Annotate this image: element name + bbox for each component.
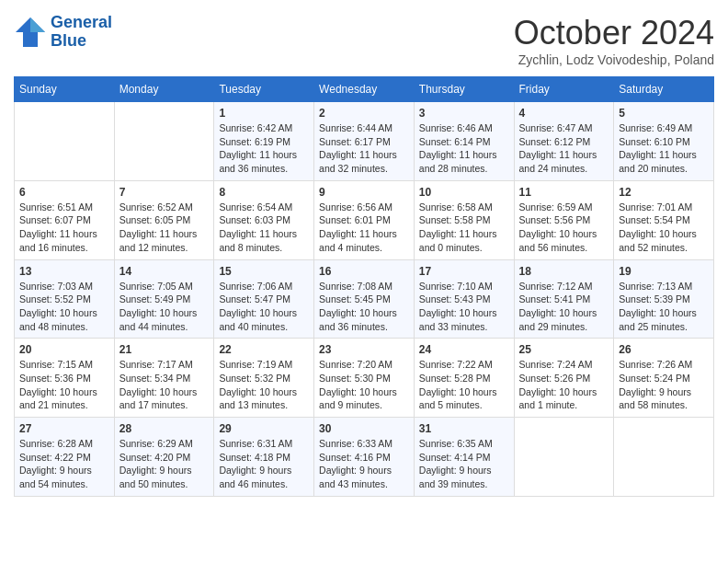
day-content: Sunrise: 6:42 AMSunset: 6:19 PMDaylight:… [219, 121, 309, 176]
calendar-cell: 20Sunrise: 7:15 AMSunset: 5:36 PMDayligh… [15, 339, 115, 418]
day-number: 29 [219, 422, 309, 435]
calendar-cell: 8Sunrise: 6:54 AMSunset: 6:03 PMDaylight… [214, 180, 314, 259]
day-content: Sunrise: 7:13 AMSunset: 5:39 PMDaylight:… [619, 280, 709, 334]
calendar-cell [514, 418, 614, 497]
calendar-cell: 24Sunrise: 7:22 AMSunset: 5:28 PMDayligh… [414, 339, 514, 418]
day-content: Sunrise: 7:26 AMSunset: 5:24 PMDaylight:… [619, 358, 709, 412]
day-number: 5 [619, 107, 709, 120]
day-number: 13 [19, 265, 109, 278]
calendar-cell: 3Sunrise: 6:46 AMSunset: 6:14 PMDaylight… [414, 102, 514, 181]
day-content: Sunrise: 7:24 AMSunset: 5:26 PMDaylight:… [519, 358, 609, 412]
page-header: General Blue October 2024 Zychlin, Lodz … [14, 14, 714, 67]
calendar-table: SundayMondayTuesdayWednesdayThursdayFrid… [14, 76, 714, 497]
calendar-cell: 28Sunrise: 6:29 AMSunset: 4:20 PMDayligh… [114, 418, 214, 497]
day-header-sunday: Sunday [15, 77, 115, 102]
calendar-cell: 16Sunrise: 7:08 AMSunset: 5:45 PMDayligh… [314, 259, 415, 339]
day-content: Sunrise: 7:01 AMSunset: 5:54 PMDaylight:… [619, 201, 709, 255]
calendar-cell [614, 418, 714, 497]
calendar-cell: 21Sunrise: 7:17 AMSunset: 5:34 PMDayligh… [114, 339, 214, 418]
day-number: 26 [619, 343, 709, 356]
calendar-cell: 17Sunrise: 7:10 AMSunset: 5:43 PMDayligh… [414, 259, 514, 339]
svg-marker-1 [30, 17, 45, 32]
logo-text: General Blue [51, 14, 112, 51]
day-number: 16 [319, 265, 409, 278]
calendar-cell: 26Sunrise: 7:26 AMSunset: 5:24 PMDayligh… [614, 339, 714, 418]
day-content: Sunrise: 7:20 AMSunset: 5:30 PMDaylight:… [319, 358, 409, 412]
logo: General Blue [14, 14, 112, 51]
calendar-week-row: 1Sunrise: 6:42 AMSunset: 6:19 PMDaylight… [15, 102, 714, 181]
day-number: 8 [219, 186, 309, 199]
calendar-cell: 23Sunrise: 7:20 AMSunset: 5:30 PMDayligh… [314, 339, 415, 418]
month-title: October 2024 [514, 14, 714, 52]
day-content: Sunrise: 6:58 AMSunset: 5:58 PMDaylight:… [419, 201, 509, 255]
calendar-cell: 2Sunrise: 6:44 AMSunset: 6:17 PMDaylight… [314, 102, 415, 181]
calendar-cell: 14Sunrise: 7:05 AMSunset: 5:49 PMDayligh… [114, 259, 214, 339]
day-content: Sunrise: 7:19 AMSunset: 5:32 PMDaylight:… [219, 358, 309, 412]
day-number: 11 [519, 186, 609, 199]
calendar-cell: 7Sunrise: 6:52 AMSunset: 6:05 PMDaylight… [114, 180, 214, 259]
calendar-cell: 4Sunrise: 6:47 AMSunset: 6:12 PMDaylight… [514, 102, 614, 181]
day-number: 9 [319, 186, 409, 199]
day-number: 10 [419, 186, 509, 199]
day-content: Sunrise: 6:59 AMSunset: 5:56 PMDaylight:… [519, 201, 609, 255]
day-number: 19 [619, 265, 709, 278]
day-content: Sunrise: 6:44 AMSunset: 6:17 PMDaylight:… [319, 121, 409, 176]
day-content: Sunrise: 6:47 AMSunset: 6:12 PMDaylight:… [519, 121, 609, 176]
calendar-cell: 27Sunrise: 6:28 AMSunset: 4:22 PMDayligh… [15, 418, 115, 497]
calendar-cell [15, 102, 115, 181]
calendar-cell: 19Sunrise: 7:13 AMSunset: 5:39 PMDayligh… [614, 259, 714, 339]
day-header-thursday: Thursday [414, 77, 514, 102]
day-number: 4 [519, 107, 609, 120]
day-header-saturday: Saturday [614, 77, 714, 102]
day-content: Sunrise: 7:15 AMSunset: 5:36 PMDaylight:… [19, 358, 109, 412]
calendar-cell: 5Sunrise: 6:49 AMSunset: 6:10 PMDaylight… [614, 102, 714, 181]
calendar-cell: 22Sunrise: 7:19 AMSunset: 5:32 PMDayligh… [214, 339, 314, 418]
day-number: 23 [319, 343, 409, 356]
day-content: Sunrise: 7:08 AMSunset: 5:45 PMDaylight:… [319, 280, 409, 334]
day-number: 30 [319, 422, 409, 435]
day-number: 14 [119, 265, 210, 278]
day-content: Sunrise: 6:33 AMSunset: 4:16 PMDaylight:… [319, 437, 409, 491]
day-number: 25 [519, 343, 609, 356]
day-content: Sunrise: 7:06 AMSunset: 5:47 PMDaylight:… [219, 280, 309, 334]
day-number: 2 [319, 107, 409, 120]
day-number: 21 [119, 343, 210, 356]
day-content: Sunrise: 7:03 AMSunset: 5:52 PMDaylight:… [19, 280, 109, 334]
day-content: Sunrise: 7:22 AMSunset: 5:28 PMDaylight:… [419, 358, 509, 412]
calendar-cell: 31Sunrise: 6:35 AMSunset: 4:14 PMDayligh… [414, 418, 514, 497]
calendar-cell: 11Sunrise: 6:59 AMSunset: 5:56 PMDayligh… [514, 180, 614, 259]
day-number: 7 [119, 186, 210, 199]
calendar-cell [114, 102, 214, 181]
day-number: 27 [19, 422, 109, 435]
day-number: 20 [19, 343, 109, 356]
day-number: 22 [219, 343, 309, 356]
day-content: Sunrise: 6:54 AMSunset: 6:03 PMDaylight:… [219, 201, 309, 255]
day-number: 17 [419, 265, 509, 278]
calendar-week-row: 20Sunrise: 7:15 AMSunset: 5:36 PMDayligh… [15, 339, 714, 418]
day-number: 1 [219, 107, 309, 120]
day-header-tuesday: Tuesday [214, 77, 314, 102]
calendar-cell: 15Sunrise: 7:06 AMSunset: 5:47 PMDayligh… [214, 259, 314, 339]
day-content: Sunrise: 7:12 AMSunset: 5:41 PMDaylight:… [519, 280, 609, 334]
calendar-cell: 30Sunrise: 6:33 AMSunset: 4:16 PMDayligh… [314, 418, 415, 497]
day-content: Sunrise: 6:56 AMSunset: 6:01 PMDaylight:… [319, 201, 409, 255]
day-content: Sunrise: 7:10 AMSunset: 5:43 PMDaylight:… [419, 280, 509, 334]
days-header-row: SundayMondayTuesdayWednesdayThursdayFrid… [15, 77, 714, 102]
day-number: 15 [219, 265, 309, 278]
calendar-cell: 9Sunrise: 6:56 AMSunset: 6:01 PMDaylight… [314, 180, 415, 259]
day-number: 6 [19, 186, 109, 199]
day-number: 12 [619, 186, 709, 199]
title-section: October 2024 Zychlin, Lodz Voivodeship, … [514, 14, 714, 67]
day-number: 24 [419, 343, 509, 356]
day-header-wednesday: Wednesday [314, 77, 415, 102]
day-content: Sunrise: 6:51 AMSunset: 6:07 PMDaylight:… [19, 201, 109, 255]
day-content: Sunrise: 6:29 AMSunset: 4:20 PMDaylight:… [119, 437, 210, 491]
day-content: Sunrise: 7:17 AMSunset: 5:34 PMDaylight:… [119, 358, 210, 412]
calendar-cell: 29Sunrise: 6:31 AMSunset: 4:18 PMDayligh… [214, 418, 314, 497]
calendar-cell: 13Sunrise: 7:03 AMSunset: 5:52 PMDayligh… [15, 259, 115, 339]
calendar-week-row: 6Sunrise: 6:51 AMSunset: 6:07 PMDaylight… [15, 180, 714, 259]
calendar-week-row: 27Sunrise: 6:28 AMSunset: 4:22 PMDayligh… [15, 418, 714, 497]
day-header-monday: Monday [114, 77, 214, 102]
day-content: Sunrise: 6:52 AMSunset: 6:05 PMDaylight:… [119, 201, 210, 255]
calendar-cell: 10Sunrise: 6:58 AMSunset: 5:58 PMDayligh… [414, 180, 514, 259]
